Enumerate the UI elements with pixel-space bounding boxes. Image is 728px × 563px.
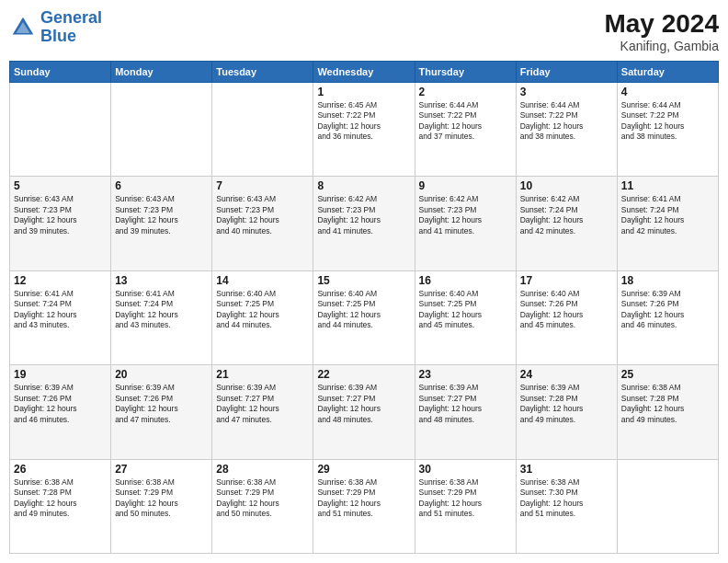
day-cell-5: 5Sunrise: 6:43 AM Sunset: 7:23 PM Daylig… — [10, 177, 111, 270]
day-number-17: 17 — [520, 274, 613, 287]
day-info-21: Sunrise: 6:39 AM Sunset: 7:27 PM Dayligh… — [216, 383, 309, 425]
empty-cell — [212, 83, 313, 177]
day-cell-30: 30Sunrise: 6:38 AM Sunset: 7:29 PM Dayli… — [415, 459, 516, 553]
day-number-13: 13 — [115, 274, 208, 287]
day-number-18: 18 — [621, 274, 714, 287]
day-cell-17: 17Sunrise: 6:40 AM Sunset: 7:26 PM Dayli… — [516, 270, 617, 364]
week-row-3: 12Sunrise: 6:41 AM Sunset: 7:24 PM Dayli… — [10, 270, 719, 364]
day-number-28: 28 — [216, 463, 309, 476]
day-cell-18: 18Sunrise: 6:39 AM Sunset: 7:26 PM Dayli… — [617, 270, 718, 364]
day-cell-15: 15Sunrise: 6:40 AM Sunset: 7:25 PM Dayli… — [313, 270, 415, 364]
day-number-14: 14 — [216, 274, 309, 287]
day-info-24: Sunrise: 6:39 AM Sunset: 7:28 PM Dayligh… — [520, 383, 613, 425]
day-cell-9: 9Sunrise: 6:42 AM Sunset: 7:23 PM Daylig… — [415, 177, 516, 270]
day-cell-29: 29Sunrise: 6:38 AM Sunset: 7:29 PM Dayli… — [313, 459, 415, 553]
calendar-body: 1Sunrise: 6:45 AM Sunset: 7:22 PM Daylig… — [10, 83, 719, 554]
day-info-4: Sunrise: 6:44 AM Sunset: 7:22 PM Dayligh… — [621, 100, 714, 143]
header: General Blue May 2024 Kanifing, Gambia — [9, 9, 719, 53]
day-number-27: 27 — [115, 463, 208, 476]
day-number-7: 7 — [216, 179, 309, 192]
day-info-30: Sunrise: 6:38 AM Sunset: 7:29 PM Dayligh… — [419, 477, 512, 520]
week-row-4: 19Sunrise: 6:39 AM Sunset: 7:26 PM Dayli… — [10, 365, 719, 459]
day-number-8: 8 — [317, 179, 410, 192]
day-cell-21: 21Sunrise: 6:39 AM Sunset: 7:27 PM Dayli… — [212, 365, 313, 459]
day-number-20: 20 — [115, 368, 208, 381]
day-number-6: 6 — [115, 179, 208, 192]
day-cell-16: 16Sunrise: 6:40 AM Sunset: 7:25 PM Dayli… — [415, 270, 516, 364]
day-cell-3: 3Sunrise: 6:44 AM Sunset: 7:22 PM Daylig… — [516, 83, 617, 177]
day-cell-10: 10Sunrise: 6:42 AM Sunset: 7:24 PM Dayli… — [516, 177, 617, 270]
weekday-monday: Monday — [111, 62, 212, 83]
week-row-5: 26Sunrise: 6:38 AM Sunset: 7:28 PM Dayli… — [10, 459, 719, 553]
calendar-table: SundayMondayTuesdayWednesdayThursdayFrid… — [9, 61, 719, 554]
day-info-2: Sunrise: 6:44 AM Sunset: 7:22 PM Dayligh… — [419, 100, 512, 143]
day-info-26: Sunrise: 6:38 AM Sunset: 7:28 PM Dayligh… — [14, 477, 107, 520]
day-number-26: 26 — [14, 463, 107, 476]
day-info-29: Sunrise: 6:38 AM Sunset: 7:29 PM Dayligh… — [317, 477, 410, 520]
empty-cell — [10, 83, 111, 177]
day-cell-13: 13Sunrise: 6:41 AM Sunset: 7:24 PM Dayli… — [111, 270, 212, 364]
day-info-18: Sunrise: 6:39 AM Sunset: 7:26 PM Dayligh… — [621, 289, 714, 331]
day-number-1: 1 — [317, 86, 410, 98]
day-cell-4: 4Sunrise: 6:44 AM Sunset: 7:22 PM Daylig… — [617, 83, 718, 177]
day-info-27: Sunrise: 6:38 AM Sunset: 7:29 PM Dayligh… — [115, 477, 208, 520]
page: General Blue May 2024 Kanifing, Gambia S… — [0, 0, 728, 563]
day-cell-22: 22Sunrise: 6:39 AM Sunset: 7:27 PM Dayli… — [313, 365, 415, 459]
day-number-2: 2 — [419, 86, 512, 98]
day-number-29: 29 — [317, 463, 410, 476]
day-info-5: Sunrise: 6:43 AM Sunset: 7:23 PM Dayligh… — [14, 194, 107, 236]
weekday-saturday: Saturday — [617, 62, 718, 83]
week-row-2: 5Sunrise: 6:43 AM Sunset: 7:23 PM Daylig… — [10, 177, 719, 270]
day-number-31: 31 — [520, 463, 613, 476]
weekday-wednesday: Wednesday — [313, 62, 415, 83]
logo-text: General Blue — [40, 9, 102, 46]
day-number-23: 23 — [419, 368, 512, 381]
day-info-7: Sunrise: 6:43 AM Sunset: 7:23 PM Dayligh… — [216, 194, 309, 236]
weekday-friday: Friday — [516, 62, 617, 83]
day-cell-27: 27Sunrise: 6:38 AM Sunset: 7:29 PM Dayli… — [111, 459, 212, 553]
location: Kanifing, Gambia — [604, 39, 719, 53]
day-cell-23: 23Sunrise: 6:39 AM Sunset: 7:27 PM Dayli… — [415, 365, 516, 459]
day-number-3: 3 — [520, 86, 613, 98]
day-cell-20: 20Sunrise: 6:39 AM Sunset: 7:26 PM Dayli… — [111, 365, 212, 459]
day-number-25: 25 — [621, 368, 714, 381]
day-info-10: Sunrise: 6:42 AM Sunset: 7:24 PM Dayligh… — [520, 194, 613, 236]
day-cell-26: 26Sunrise: 6:38 AM Sunset: 7:28 PM Dayli… — [10, 459, 111, 553]
title-block: May 2024 Kanifing, Gambia — [604, 9, 719, 53]
day-number-21: 21 — [216, 368, 309, 381]
weekday-sunday: Sunday — [10, 62, 111, 83]
day-cell-24: 24Sunrise: 6:39 AM Sunset: 7:28 PM Dayli… — [516, 365, 617, 459]
empty-cell — [111, 83, 212, 177]
week-row-1: 1Sunrise: 6:45 AM Sunset: 7:22 PM Daylig… — [10, 83, 719, 177]
day-info-14: Sunrise: 6:40 AM Sunset: 7:25 PM Dayligh… — [216, 289, 309, 331]
logo-icon — [9, 14, 37, 41]
day-info-25: Sunrise: 6:38 AM Sunset: 7:28 PM Dayligh… — [621, 383, 714, 425]
day-cell-12: 12Sunrise: 6:41 AM Sunset: 7:24 PM Dayli… — [10, 270, 111, 364]
day-cell-2: 2Sunrise: 6:44 AM Sunset: 7:22 PM Daylig… — [415, 83, 516, 177]
day-info-3: Sunrise: 6:44 AM Sunset: 7:22 PM Dayligh… — [520, 100, 613, 143]
logo: General Blue — [9, 9, 102, 46]
day-number-11: 11 — [621, 179, 714, 192]
day-cell-28: 28Sunrise: 6:38 AM Sunset: 7:29 PM Dayli… — [212, 459, 313, 553]
day-cell-14: 14Sunrise: 6:40 AM Sunset: 7:25 PM Dayli… — [212, 270, 313, 364]
day-number-30: 30 — [419, 463, 512, 476]
day-info-16: Sunrise: 6:40 AM Sunset: 7:25 PM Dayligh… — [419, 289, 512, 331]
day-number-19: 19 — [14, 368, 107, 381]
day-info-17: Sunrise: 6:40 AM Sunset: 7:26 PM Dayligh… — [520, 289, 613, 331]
logo-blue: Blue — [40, 27, 76, 45]
day-info-11: Sunrise: 6:41 AM Sunset: 7:24 PM Dayligh… — [621, 194, 714, 236]
day-info-19: Sunrise: 6:39 AM Sunset: 7:26 PM Dayligh… — [14, 383, 107, 425]
month-year: May 2024 — [604, 9, 719, 39]
day-cell-25: 25Sunrise: 6:38 AM Sunset: 7:28 PM Dayli… — [617, 365, 718, 459]
day-number-22: 22 — [317, 368, 410, 381]
day-info-20: Sunrise: 6:39 AM Sunset: 7:26 PM Dayligh… — [115, 383, 208, 425]
day-info-23: Sunrise: 6:39 AM Sunset: 7:27 PM Dayligh… — [419, 383, 512, 425]
weekday-tuesday: Tuesday — [212, 62, 313, 83]
day-info-6: Sunrise: 6:43 AM Sunset: 7:23 PM Dayligh… — [115, 194, 208, 236]
day-cell-19: 19Sunrise: 6:39 AM Sunset: 7:26 PM Dayli… — [10, 365, 111, 459]
day-number-4: 4 — [621, 86, 714, 98]
day-info-22: Sunrise: 6:39 AM Sunset: 7:27 PM Dayligh… — [317, 383, 410, 425]
day-cell-8: 8Sunrise: 6:42 AM Sunset: 7:23 PM Daylig… — [313, 177, 415, 270]
day-info-1: Sunrise: 6:45 AM Sunset: 7:22 PM Dayligh… — [317, 100, 410, 143]
day-cell-7: 7Sunrise: 6:43 AM Sunset: 7:23 PM Daylig… — [212, 177, 313, 270]
